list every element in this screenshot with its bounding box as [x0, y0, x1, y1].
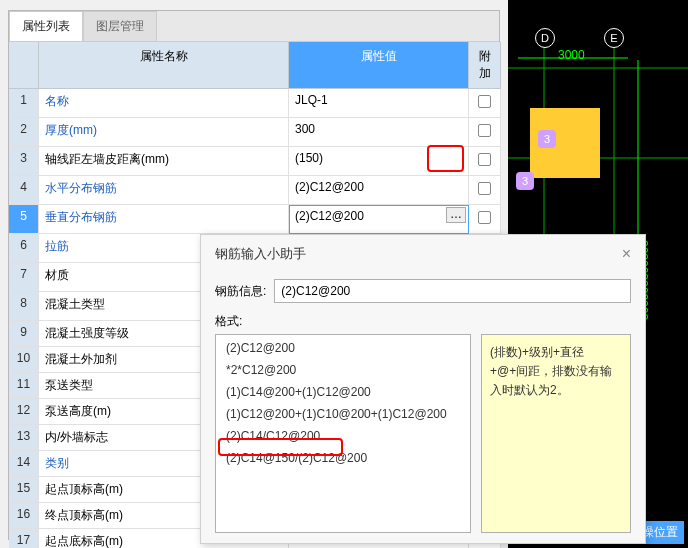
- property-name[interactable]: 厚度(mm): [39, 118, 289, 147]
- tab-layers[interactable]: 图层管理: [83, 11, 157, 41]
- info-label: 钢筋信息:: [215, 283, 266, 300]
- extra-checkbox[interactable]: [478, 153, 491, 166]
- property-table: 属性名称 属性值 附加: [9, 42, 499, 89]
- property-name[interactable]: 垂直分布钢筋: [39, 205, 289, 234]
- row-number[interactable]: 12: [9, 399, 39, 425]
- row-number[interactable]: 1: [9, 89, 39, 118]
- row-number[interactable]: 8: [9, 292, 39, 321]
- property-value[interactable]: (2)C12@200…: [289, 205, 469, 234]
- extra-checkbox[interactable]: [478, 182, 491, 195]
- format-item[interactable]: (1)C12@200+(1)C10@200+(1)C12@200: [226, 407, 460, 421]
- format-item[interactable]: (2)C12@200: [226, 341, 460, 355]
- format-item[interactable]: *2*C12@200: [226, 363, 460, 377]
- annotation-3b[interactable]: 3: [516, 172, 534, 190]
- row-number[interactable]: 10: [9, 347, 39, 373]
- row-number[interactable]: 3: [9, 147, 39, 176]
- annotation-3a[interactable]: 3: [538, 130, 556, 148]
- tabs-bar: 属性列表 图层管理: [9, 11, 499, 42]
- extra-cell: [469, 118, 501, 147]
- format-item[interactable]: (2)C14@150/(2)C12@200: [226, 451, 460, 465]
- property-value[interactable]: 300: [289, 118, 469, 147]
- rebar-info-input[interactable]: [274, 279, 631, 303]
- format-item[interactable]: (2)C14/C12@200: [226, 429, 460, 443]
- ellipsis-button[interactable]: …: [446, 207, 466, 223]
- format-item[interactable]: (1)C14@200+(1)C12@200: [226, 385, 460, 399]
- row-number[interactable]: 16: [9, 503, 39, 529]
- extra-checkbox[interactable]: [478, 211, 491, 224]
- row-number[interactable]: 7: [9, 263, 39, 292]
- property-value[interactable]: (150): [289, 147, 469, 176]
- row-number[interactable]: 4: [9, 176, 39, 205]
- dialog-title: 钢筋输入小助手: [215, 245, 306, 263]
- dim-horizontal: 3000: [558, 48, 585, 62]
- row-number[interactable]: 2: [9, 118, 39, 147]
- extra-checkbox[interactable]: [478, 95, 491, 108]
- row-number[interactable]: 5: [9, 205, 39, 234]
- extra-checkbox[interactable]: [478, 124, 491, 137]
- row-number[interactable]: 17: [9, 529, 39, 548]
- property-value[interactable]: JLQ-1: [289, 89, 469, 118]
- extra-cell: [469, 147, 501, 176]
- property-name[interactable]: 水平分布钢筋: [39, 176, 289, 205]
- format-label: 格式:: [215, 313, 631, 330]
- format-list[interactable]: (2)C12@200*2*C12@200(1)C14@200+(1)C12@20…: [215, 334, 471, 533]
- property-name[interactable]: 轴线距左墙皮距离(mm): [39, 147, 289, 176]
- property-name[interactable]: 名称: [39, 89, 289, 118]
- header-extra: 附加: [469, 42, 501, 89]
- header-name: 属性名称: [39, 42, 289, 89]
- row-number[interactable]: 13: [9, 425, 39, 451]
- header-rownum: [9, 42, 39, 89]
- format-hint: (排数)+级别+直径+@+间距，排数没有输入时默认为2。: [481, 334, 631, 533]
- extra-cell: [469, 176, 501, 205]
- row-number[interactable]: 6: [9, 234, 39, 263]
- header-value[interactable]: 属性值: [289, 42, 469, 89]
- extra-cell: [469, 89, 501, 118]
- property-value[interactable]: (2)C12@200: [289, 176, 469, 205]
- tab-properties[interactable]: 属性列表: [9, 11, 83, 41]
- extra-cell: [469, 205, 501, 234]
- row-number[interactable]: 9: [9, 321, 39, 347]
- row-number[interactable]: 14: [9, 451, 39, 477]
- rebar-helper-dialog: 钢筋输入小助手 × 钢筋信息: 格式: (2)C12@200*2*C12@200…: [200, 234, 646, 544]
- row-number[interactable]: 11: [9, 373, 39, 399]
- close-icon[interactable]: ×: [622, 245, 631, 263]
- row-number[interactable]: 15: [9, 477, 39, 503]
